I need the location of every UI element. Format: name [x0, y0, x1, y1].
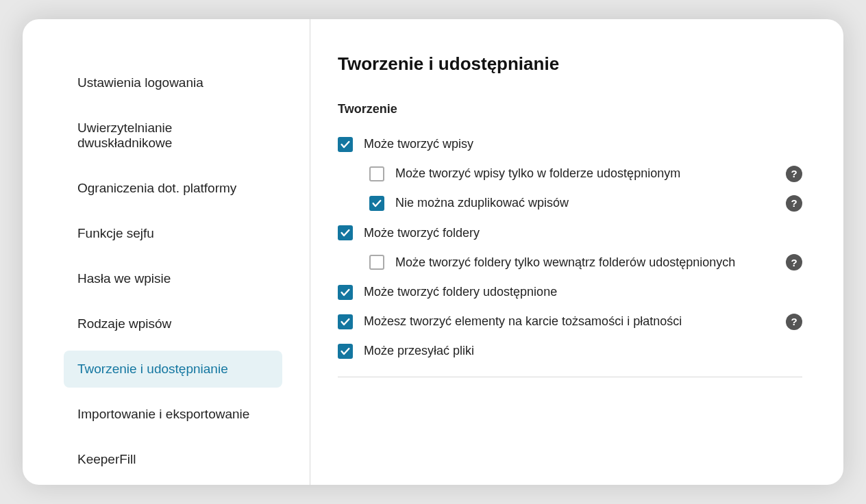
option-label: Może tworzyć wpisy tylko w folderze udos… [395, 165, 775, 182]
settings-main: Tworzenie i udostępnianie Tworzenie Może… [310, 19, 843, 485]
option-label: Może tworzyć foldery udostępnione [364, 284, 802, 301]
checkbox-6[interactable] [338, 314, 353, 329]
sidebar-item-2[interactable]: Ograniczenia dot. platformy [64, 170, 282, 207]
options-list: Może tworzyć wpisyMoże tworzyć wpisy tyl… [338, 136, 802, 360]
help-icon[interactable]: ? [786, 195, 802, 212]
option-row-2: Nie można zduplikować wpisów? [369, 194, 802, 212]
option-row-0: Może tworzyć wpisy [338, 136, 802, 153]
section-divider [338, 377, 802, 377]
sidebar-item-3[interactable]: Funkcje sejfu [64, 215, 282, 252]
checkbox-0[interactable] [338, 137, 353, 152]
settings-sidebar: Ustawienia logowaniaUwierzytelnianie dwu… [23, 19, 310, 485]
option-label: Może tworzyć wpisy [364, 136, 802, 153]
sidebar-item-5[interactable]: Rodzaje wpisów [64, 305, 282, 342]
sidebar-item-8[interactable]: KeeperFill [64, 441, 282, 478]
option-label: Może tworzyć foldery [364, 225, 802, 242]
option-label: Może tworzyć foldery tylko wewnątrz fold… [395, 254, 775, 271]
sidebar-item-0[interactable]: Ustawienia logowania [64, 64, 282, 101]
help-icon[interactable]: ? [786, 254, 802, 270]
checkbox-2[interactable] [369, 196, 384, 211]
sidebar-item-6[interactable]: Tworzenie i udostępnianie [64, 351, 282, 388]
checkbox-1[interactable] [369, 166, 384, 181]
option-row-6: Możesz tworzyć elementy na karcie tożsam… [338, 313, 802, 330]
option-row-5: Może tworzyć foldery udostępnione [338, 284, 802, 301]
page-title: Tworzenie i udostępnianie [338, 53, 802, 75]
option-label: Nie można zduplikować wpisów [395, 194, 775, 212]
option-row-3: Może tworzyć foldery [338, 225, 802, 242]
help-icon[interactable]: ? [786, 314, 802, 330]
checkbox-5[interactable] [338, 285, 353, 300]
sidebar-item-1[interactable]: Uwierzytelnianie dwuskładnikowe [64, 110, 282, 162]
option-row-4: Może tworzyć foldery tylko wewnątrz fold… [369, 254, 802, 271]
help-icon[interactable]: ? [786, 166, 802, 182]
checkbox-3[interactable] [338, 225, 353, 240]
settings-card: Ustawienia logowaniaUwierzytelnianie dwu… [23, 19, 843, 485]
checkbox-7[interactable] [338, 344, 353, 359]
checkbox-4[interactable] [369, 255, 384, 270]
option-label: Możesz tworzyć elementy na karcie tożsam… [364, 313, 775, 330]
sidebar-item-4[interactable]: Hasła we wpisie [64, 260, 282, 297]
option-row-7: Może przesyłać pliki [338, 342, 802, 360]
option-row-1: Może tworzyć wpisy tylko w folderze udos… [369, 165, 802, 182]
section-title: Tworzenie [338, 102, 802, 116]
option-label: Może przesyłać pliki [364, 342, 802, 360]
sidebar-item-7[interactable]: Importowanie i eksportowanie [64, 396, 282, 433]
